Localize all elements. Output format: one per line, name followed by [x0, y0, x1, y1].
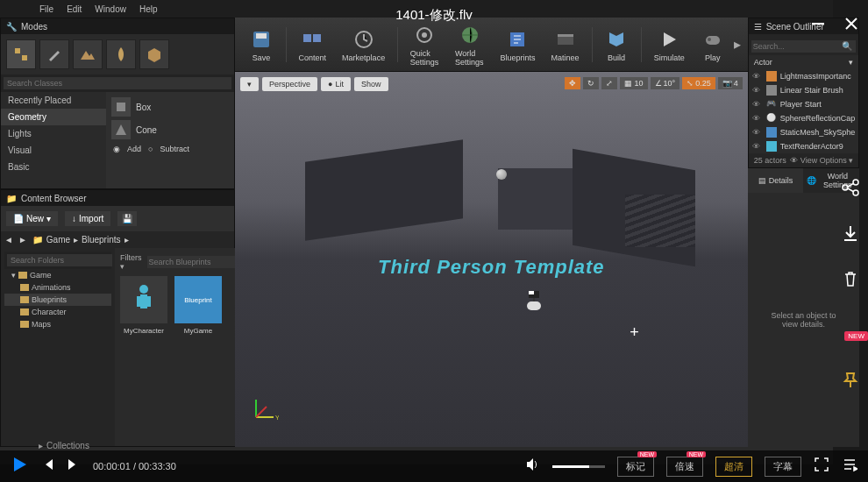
- outliner-view-options[interactable]: 👁 View Options ▾: [790, 156, 853, 165]
- cat-basic[interactable]: Basic: [1, 159, 106, 175]
- crumb-blueprints[interactable]: Blueprints: [82, 235, 120, 245]
- cat-visual[interactable]: Visual: [1, 142, 106, 159]
- foliage-mode[interactable]: [106, 39, 136, 69]
- vp-scale-snap[interactable]: ⤡ 0.25: [682, 77, 715, 89]
- scene-outliner: ☰Scene Outliner 🔍 Actor▾ 👁LightmassImpor…: [748, 18, 860, 168]
- menu-help[interactable]: Help: [139, 4, 158, 14]
- nav-back[interactable]: ◄: [4, 235, 13, 245]
- quick-settings-button[interactable]: Quick Settings: [403, 19, 446, 70]
- eye-icon[interactable]: 👁: [752, 142, 763, 151]
- subtitle-button[interactable]: 字幕: [765, 457, 801, 477]
- import-button[interactable]: ↓Import: [65, 211, 110, 226]
- svg-rect-9: [313, 34, 321, 42]
- type-filter[interactable]: Actor▾: [749, 55, 859, 69]
- menu-window[interactable]: Window: [95, 4, 126, 14]
- tab-details[interactable]: ▤Details: [748, 168, 804, 193]
- actor-row[interactable]: 👁Linear Stair Brush: [749, 83, 859, 97]
- menu-edit[interactable]: Edit: [67, 4, 82, 14]
- cat-lights[interactable]: Lights: [1, 125, 106, 142]
- build-button[interactable]: Build: [597, 24, 636, 66]
- collections-bar[interactable]: ▸ Collections: [39, 441, 89, 450]
- nav-fwd[interactable]: ►: [18, 235, 27, 245]
- modes-search[interactable]: [4, 77, 231, 89]
- vp-lit[interactable]: ● Lit: [321, 77, 351, 91]
- search-folders[interactable]: [7, 254, 112, 266]
- world-settings-button[interactable]: World Settings: [448, 19, 491, 70]
- play-icon[interactable]: [11, 456, 28, 477]
- geometry-mode[interactable]: [139, 39, 169, 69]
- menu-file[interactable]: File: [39, 4, 53, 14]
- speed-button[interactable]: 倍速NEW: [666, 457, 703, 477]
- breadcrumb: 📁 Game ▸ Blueprints ▸: [32, 235, 129, 245]
- vp-angle-snap[interactable]: ∠ 10°: [651, 77, 680, 89]
- shape-cone[interactable]: Cone: [110, 118, 231, 141]
- tree-animations[interactable]: Animations: [4, 281, 111, 294]
- vp-transform-move[interactable]: ✥: [565, 77, 580, 89]
- vp-perspective[interactable]: Perspective: [262, 77, 317, 91]
- download-icon[interactable]: [838, 221, 863, 245]
- asset-mygame[interactable]: Blueprint MyGame: [174, 276, 222, 335]
- vp-transform-rotate[interactable]: ↻: [583, 77, 599, 89]
- actor-row[interactable]: 👁StaticMesh_SkySphe: [749, 125, 859, 139]
- actor-row[interactable]: 👁⚪SphereReflectionCap: [749, 111, 859, 125]
- play-button[interactable]: Play: [694, 24, 732, 66]
- volume-icon[interactable]: [524, 457, 540, 476]
- actor-row[interactable]: 👁🎮Player Start: [749, 97, 859, 111]
- asset-mycharacter[interactable]: MyCharacter: [120, 276, 167, 335]
- crumb-game[interactable]: Game: [46, 235, 70, 245]
- outliner-icon: ☰: [754, 22, 762, 32]
- playlist-icon[interactable]: [842, 457, 857, 476]
- tree-blueprints[interactable]: Blueprints: [4, 294, 111, 306]
- vp-transform-scale[interactable]: ⤢: [601, 77, 617, 89]
- minimize-icon[interactable]: [810, 16, 826, 35]
- content-button[interactable]: Content: [292, 24, 334, 66]
- vp-menu[interactable]: ▾: [240, 77, 259, 91]
- toolbar-more[interactable]: ▸: [734, 36, 741, 53]
- shape-box[interactable]: Box: [110, 96, 231, 118]
- landscape-mode[interactable]: [73, 39, 103, 69]
- matinee-button[interactable]: Matinee: [544, 24, 587, 66]
- cat-recent[interactable]: Recently Placed: [1, 92, 106, 109]
- vp-camera-speed[interactable]: 📷 4: [718, 77, 743, 89]
- save-all-button[interactable]: 💾: [117, 211, 137, 226]
- blueprints-button[interactable]: Blueprints: [493, 24, 542, 66]
- tree-game[interactable]: ▾Game: [4, 269, 111, 281]
- fullscreen-icon[interactable]: [814, 457, 829, 476]
- eye-icon[interactable]: 👁: [752, 128, 763, 137]
- eye-icon[interactable]: 👁: [752, 100, 763, 109]
- scene-text: Third Person Template: [378, 256, 605, 279]
- vp-show[interactable]: Show: [354, 77, 388, 91]
- eye-icon[interactable]: 👁: [752, 86, 763, 95]
- viewport[interactable]: Third Person Template + Y ▾ Perspective …: [235, 72, 748, 447]
- mark-button[interactable]: 标记NEW: [617, 457, 654, 477]
- outliner-search[interactable]: [751, 40, 857, 53]
- save-button[interactable]: Save: [242, 24, 281, 66]
- prev-icon[interactable]: [40, 457, 54, 475]
- tree-maps[interactable]: Maps: [4, 318, 111, 330]
- next-icon[interactable]: [67, 457, 81, 475]
- quality-button[interactable]: 超清: [715, 457, 752, 477]
- radio-add[interactable]: ◉: [113, 145, 120, 153]
- new-asset-button[interactable]: 📄New▾: [6, 211, 58, 226]
- simulate-button[interactable]: Simulate: [647, 24, 692, 66]
- filters-dropdown[interactable]: Filters ▾: [120, 253, 142, 271]
- cat-geometry[interactable]: Geometry: [1, 109, 106, 125]
- eye-icon[interactable]: 👁: [752, 72, 763, 81]
- radio-subtract[interactable]: ○: [148, 145, 153, 153]
- actor-count: 25 actors: [754, 156, 786, 165]
- volume-slider[interactable]: [552, 465, 605, 468]
- marketplace-button[interactable]: Marketplace: [335, 24, 392, 66]
- svg-rect-4: [137, 296, 140, 307]
- share-icon[interactable]: [838, 175, 863, 200]
- paint-mode[interactable]: [39, 39, 69, 69]
- eye-icon[interactable]: 👁: [752, 114, 763, 123]
- pin-icon[interactable]: [838, 368, 863, 393]
- tree-character[interactable]: Character: [4, 306, 111, 318]
- actor-row[interactable]: 👁LightmassImportanc: [749, 69, 859, 83]
- vp-grid-snap[interactable]: ▦ 10: [620, 77, 647, 89]
- actor-row[interactable]: 👁TextRenderActor9: [749, 139, 859, 153]
- close-icon[interactable]: [843, 16, 859, 35]
- place-mode[interactable]: [6, 39, 36, 69]
- search-assets[interactable]: [147, 256, 249, 268]
- delete-icon[interactable]: [838, 266, 863, 291]
